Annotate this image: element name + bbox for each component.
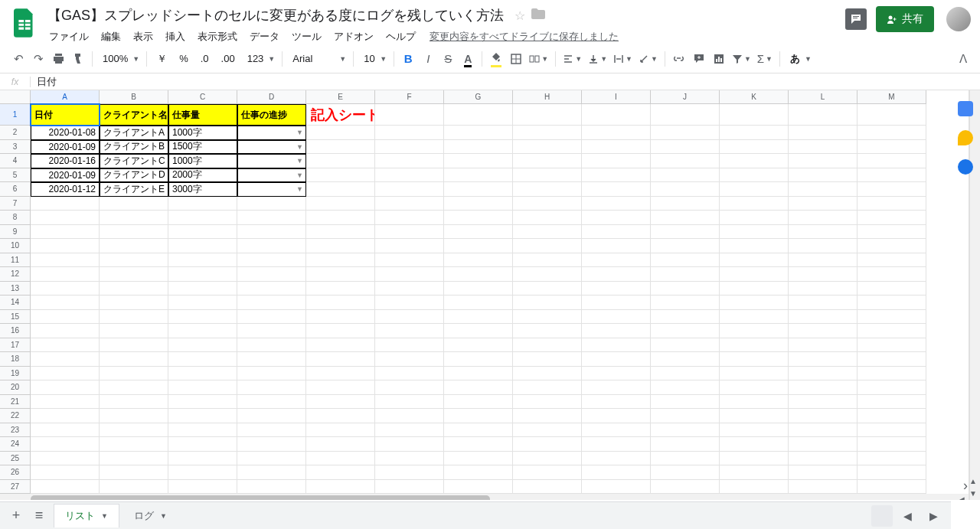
cell-B11[interactable]: [100, 253, 168, 268]
input-tools-button[interactable]: あ▼: [785, 49, 814, 69]
cell-I7[interactable]: [582, 197, 651, 211]
cell-A20[interactable]: [31, 380, 100, 395]
cell-K11[interactable]: [720, 253, 789, 268]
tab-scroll-left[interactable]: ◀: [896, 505, 919, 527]
cell-D3[interactable]: ▼: [237, 140, 306, 155]
cell-K26[interactable]: [720, 465, 789, 480]
cell-B26[interactable]: [100, 465, 168, 480]
cell-J8[interactable]: [651, 211, 720, 225]
cell-C20[interactable]: [168, 380, 237, 395]
insert-comment-button[interactable]: [690, 49, 708, 69]
cell-F19[interactable]: [375, 367, 444, 381]
cell-I24[interactable]: [582, 437, 651, 452]
cell-G5[interactable]: [444, 168, 513, 183]
cell-G22[interactable]: [444, 409, 513, 423]
borders-button[interactable]: [507, 49, 525, 69]
cell-F10[interactable]: [375, 239, 444, 253]
cell-I8[interactable]: [582, 211, 651, 225]
menu-挿入[interactable]: 挿入: [159, 28, 191, 45]
cell-E2[interactable]: [306, 126, 375, 140]
cell-L20[interactable]: [789, 380, 858, 395]
row-header-23[interactable]: 23: [0, 423, 31, 438]
row-header-17[interactable]: 17: [0, 338, 31, 353]
cell-E24[interactable]: [306, 437, 375, 452]
cell-L16[interactable]: [789, 324, 858, 338]
text-wrap-button[interactable]: ▼: [611, 49, 635, 69]
cell-A10[interactable]: [31, 239, 100, 253]
cell-K20[interactable]: [720, 380, 789, 395]
cell-F22[interactable]: [375, 409, 444, 423]
cell-A15[interactable]: [31, 310, 100, 325]
cell-L14[interactable]: [789, 296, 858, 310]
cell-E21[interactable]: [306, 395, 375, 410]
h-scrollbar[interactable]: ◀: [0, 494, 969, 500]
cell-I21[interactable]: [582, 395, 651, 410]
cell-C2[interactable]: 1000字: [168, 126, 237, 140]
cell-I25[interactable]: [582, 452, 651, 466]
comments-button[interactable]: [845, 8, 867, 30]
col-header-M[interactable]: M: [858, 90, 926, 104]
menu-編集[interactable]: 編集: [95, 28, 127, 45]
cell-M8[interactable]: [858, 211, 926, 225]
filter-button[interactable]: ▼: [730, 49, 753, 69]
cell-D18[interactable]: [237, 352, 306, 367]
cell-L19[interactable]: [789, 367, 858, 381]
cell-M9[interactable]: [858, 225, 926, 240]
cell-L13[interactable]: [789, 282, 858, 296]
cell-A2[interactable]: 2020-01-08: [31, 126, 100, 140]
cell-L18[interactable]: [789, 352, 858, 367]
cell-B19[interactable]: [100, 367, 168, 381]
cell-B22[interactable]: [100, 409, 168, 423]
cell-G11[interactable]: [444, 253, 513, 268]
cell-E13[interactable]: [306, 282, 375, 296]
cell-L23[interactable]: [789, 423, 858, 438]
row-header-12[interactable]: 12: [0, 267, 31, 282]
cell-I6[interactable]: [582, 182, 651, 197]
doc-title[interactable]: 【GAS】スプレッドシートのセルに変更がある度にログを残していく方法: [43, 5, 508, 26]
cell-I10[interactable]: [582, 239, 651, 253]
cell-D11[interactable]: [237, 253, 306, 268]
cell-C13[interactable]: [168, 282, 237, 296]
sheet-tab-active[interactable]: リスト▼: [54, 504, 119, 527]
cell-E19[interactable]: [306, 367, 375, 381]
cell-L22[interactable]: [789, 409, 858, 423]
cell-C24[interactable]: [168, 437, 237, 452]
cell-B23[interactable]: [100, 423, 168, 438]
menu-表示形式[interactable]: 表示形式: [191, 28, 243, 45]
cell-H15[interactable]: [513, 310, 582, 325]
star-icon[interactable]: ☆: [514, 8, 525, 23]
cell-C23[interactable]: [168, 423, 237, 438]
cell-H4[interactable]: [513, 154, 582, 168]
cell-A19[interactable]: [31, 367, 100, 381]
cell-D4[interactable]: ▼: [237, 154, 306, 168]
cell-I22[interactable]: [582, 409, 651, 423]
decrease-decimal-button[interactable]: .0: [195, 49, 214, 69]
col-header-L[interactable]: L: [789, 90, 858, 104]
cell-H25[interactable]: [513, 452, 582, 466]
select-all-corner[interactable]: [0, 90, 31, 104]
cell-C26[interactable]: [168, 465, 237, 480]
cell-I2[interactable]: [582, 126, 651, 140]
cell-I18[interactable]: [582, 352, 651, 367]
menu-表示[interactable]: 表示: [127, 28, 159, 45]
cell-I4[interactable]: [582, 154, 651, 168]
cell-M20[interactable]: [858, 380, 926, 395]
cell-G21[interactable]: [444, 395, 513, 410]
cell-B21[interactable]: [100, 395, 168, 410]
print-button[interactable]: [49, 49, 67, 69]
cell-D19[interactable]: [237, 367, 306, 381]
cell-F23[interactable]: [375, 423, 444, 438]
cell-K10[interactable]: [720, 239, 789, 253]
cell-H12[interactable]: [513, 267, 582, 282]
cell-K16[interactable]: [720, 324, 789, 338]
cell-G24[interactable]: [444, 437, 513, 452]
row-header-25[interactable]: 25: [0, 452, 31, 466]
cell-M19[interactable]: [858, 367, 926, 381]
col-header-I[interactable]: I: [582, 90, 651, 104]
cell-G27[interactable]: [444, 480, 513, 495]
sheet-tab-other[interactable]: ログ▼: [122, 504, 178, 527]
cell-F6[interactable]: [375, 182, 444, 197]
col-header-G[interactable]: G: [444, 90, 513, 104]
insert-chart-button[interactable]: [710, 49, 728, 69]
cell-H20[interactable]: [513, 380, 582, 395]
